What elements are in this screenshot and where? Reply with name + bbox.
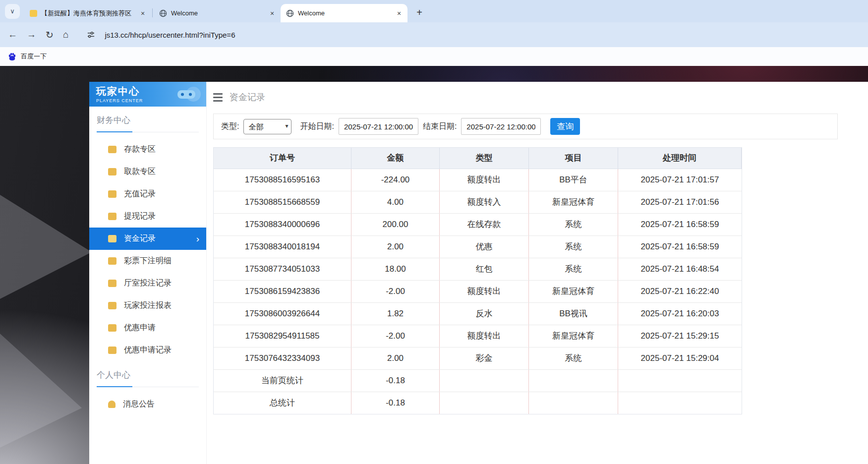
sidebar-item-withdraw-zone[interactable]: 取款专区 [89,161,206,183]
cell-amount: 4.00 [351,191,440,213]
hamburger-menu-icon[interactable] [213,93,223,102]
close-tab-icon[interactable]: × [138,9,147,18]
close-tab-icon[interactable]: × [395,9,404,18]
summary-empty-cell [440,370,529,392]
sidebar-nav-personal: 消息公告 [89,393,206,415]
chevron-down-icon: ∨ [10,7,15,15]
tab-separator [152,8,153,17]
cell-type: 在线存款 [440,214,529,235]
sidebar-item-player-bet-reports[interactable]: 玩家投注报表 [89,294,206,317]
bookmark-baidu[interactable]: 百度一下 [7,52,47,61]
table-row: 1753087734051033 18.00 红包 系统 2025-07-21 … [214,258,742,281]
sidebar-item-promo-apply-records[interactable]: 优惠申请记录 [89,339,206,361]
cell-order-no: 1753082954911585 [214,325,351,347]
bookmarks-bar: 百度一下 [0,47,868,66]
cell-amount: 18.00 [351,258,440,280]
main-content: 资金记录 类型: 全部 ▾ 开始日期: 结束日期: 查询 [207,82,868,464]
cell-amount: 2.00 [351,236,440,258]
deposit-icon [108,146,116,153]
back-icon[interactable]: ← [8,29,17,40]
background-decoration [0,324,82,448]
cell-project: BB平台 [529,169,618,191]
table-summary-row-page: 当前页统计 -0.18 [214,370,742,392]
cell-type: 红包 [440,258,529,280]
browser-tab-2[interactable]: Welcome × [154,4,281,22]
summary-empty-cell [529,392,618,414]
summary-amount: -0.18 [351,392,440,414]
cell-time: 2025-07-21 17:01:56 [618,191,742,213]
sidebar-item-recharge-records[interactable]: 充值记录 [89,183,206,205]
funds-record-icon [108,235,116,242]
browser-tab-3-active[interactable]: Welcome × [281,4,407,22]
table-row: 1753088515668559 4.00 额度转入 新皇冠体育 2025-07… [214,191,742,214]
promo-apply-icon [108,324,116,332]
sidebar-item-label: 资金记录 [124,233,156,244]
globe-favicon-icon [286,9,294,17]
table-row: 1753086159423836 -2.00 额度转出 新皇冠体育 2025-0… [214,281,742,303]
sidebar-item-hall-bet-records[interactable]: 厅室投注记录 [89,272,206,294]
sidebar-item-label: 优惠申请记录 [124,345,172,355]
cell-type: 额度转出 [440,281,529,302]
url-text[interactable]: js13.cc/hhcp/usercenter.html?iniType=6 [105,31,235,39]
site-info-icon[interactable] [87,31,95,39]
tab-title: 【新提醒】海燕体育预测推荐区 [41,9,134,18]
browser-tab-1[interactable]: 【新提醒】海燕体育预测推荐区 × [24,4,151,22]
cell-time: 2025-07-21 16:58:59 [618,236,742,258]
sidebar-item-withdrawal-records[interactable]: 提现记录 [89,205,206,228]
cell-order-no: 1753086003926644 [214,303,351,325]
cell-amount: 200.00 [351,214,440,235]
cell-project: 系统 [529,348,618,369]
cell-project: 系统 [529,258,618,280]
sidebar-nav: 存款专区 取款专区 充值记录 提现记录 [89,138,206,361]
sidebar-section-personal: 个人中心 [97,369,199,387]
cell-type: 额度转出 [440,325,529,347]
sidebar-item-funds-records[interactable]: 资金记录 › [89,228,206,250]
sidebar-item-lottery-bet-details[interactable]: 彩票下注明细 [89,250,206,272]
home-icon[interactable]: ⌂ [63,29,68,40]
sidebar-item-label: 取款专区 [124,167,156,177]
cell-order-no: 1753088516595163 [214,169,351,191]
sidebar-item-promo-apply[interactable]: 优惠申请 [89,317,206,339]
cell-amount: -2.00 [351,325,440,347]
sidebar-item-label: 彩票下注明细 [124,256,172,266]
sidebar: 玩家中心 PLAYERS CENTER 财务中心 存款专区 取款专区 [89,82,207,464]
cell-type: 彩金 [440,348,529,369]
forward-icon[interactable]: → [27,29,36,40]
new-tab-button[interactable]: + [412,5,426,19]
withdrawal-record-icon [108,213,116,220]
cell-order-no: 1753088515668559 [214,191,351,213]
chevron-right-icon: › [196,233,199,244]
cell-type: 优惠 [440,236,529,258]
start-date-input[interactable] [339,118,418,135]
table-row: 1753086003926644 1.82 反水 BB视讯 2025-07-21… [214,303,742,325]
player-bet-report-icon [108,302,116,309]
background-decoration [0,195,92,299]
tab-strip: ∨ 【新提醒】海燕体育预测推荐区 × Welcome × Welcome [0,0,868,22]
type-label: 类型: [221,121,239,132]
cell-order-no: 1753088340000696 [214,214,351,235]
col-header-project: 项目 [529,148,618,169]
summary-empty-cell [440,392,529,414]
sidebar-section-finance: 财务中心 [97,115,199,132]
sidebar-item-label: 消息公告 [123,399,155,409]
close-tab-icon[interactable]: × [268,9,277,18]
reload-icon[interactable]: ↻ [46,29,54,41]
screen: ∨ 【新提醒】海燕体育预测推荐区 × Welcome × Welcome [0,0,868,464]
cell-amount: -2.00 [351,281,440,302]
summary-amount: -0.18 [351,370,440,392]
search-button[interactable]: 查询 [550,118,580,135]
cell-order-no: 1753087734051033 [214,258,351,280]
page-background: 玩家中心 PLAYERS CENTER 财务中心 存款专区 取款专区 [0,66,868,464]
col-header-order-no: 订单号 [214,148,351,169]
sidebar-item-label: 提现记录 [124,211,156,222]
sidebar-item-message-announcements[interactable]: 消息公告 [89,393,206,415]
bookmark-label: 百度一下 [21,52,47,61]
promo-apply-record-icon [108,347,116,354]
sidebar-item-label: 厅室投注记录 [124,278,172,289]
end-date-input[interactable] [461,118,541,135]
table-row: 1753088516595163 -224.00 额度转出 BB平台 2025-… [214,169,742,191]
tab-search-button[interactable]: ∨ [5,4,20,19]
type-select[interactable]: 全部 [243,119,291,134]
sidebar-item-deposit-zone[interactable]: 存款专区 [89,138,206,161]
address-bar: ← → ↻ ⌂ js13.cc/hhcp/usercenter.html?ini… [0,22,868,47]
